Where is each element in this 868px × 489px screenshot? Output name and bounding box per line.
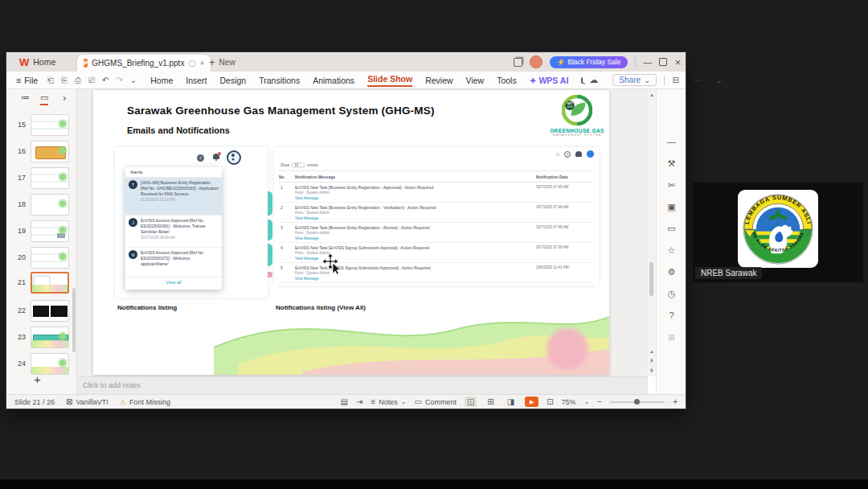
more-options-icon[interactable]: ⋯ xyxy=(694,76,702,84)
slideshow-play-button[interactable]: ▶ xyxy=(525,397,538,407)
zoom-out-button[interactable]: − xyxy=(597,398,602,406)
apps-grid-icon[interactable]: ⊞ xyxy=(657,333,686,342)
add-slide-button[interactable]: + xyxy=(34,372,41,386)
slide-thumbnail-23[interactable]: 23 xyxy=(6,327,74,348)
reading-view-button[interactable]: ◨ xyxy=(505,397,517,407)
black-friday-sale-button[interactable]: ⚡ Black Friday Sale xyxy=(550,56,628,68)
window-tab-bar: W Home P GHGMS_Briefing_v1.pptx ◯ ∗ + Ne… xyxy=(6,52,686,72)
entries-label: entries xyxy=(307,163,318,167)
bottom-strip xyxy=(0,479,868,489)
scroll-up-icon[interactable]: ▴ xyxy=(648,92,656,97)
save-icon[interactable]: ⎗ xyxy=(47,76,54,84)
previous-slide-icon[interactable]: ⇞ xyxy=(648,358,656,364)
fit-to-window-icon[interactable]: ⊡ xyxy=(547,398,553,406)
toolbox-icon[interactable]: ⚒ xyxy=(657,159,686,168)
close-button[interactable]: × xyxy=(674,57,681,68)
font-missing-warning[interactable]: ⚠ Font Missing xyxy=(120,398,170,406)
search-icon[interactable] xyxy=(581,77,583,84)
theme-indicator[interactable]: ⊠ VanillaVTI xyxy=(66,398,108,406)
slide-thumbnail-22[interactable]: 22 xyxy=(6,300,74,322)
share-button[interactable]: Share ⌄ xyxy=(612,74,657,86)
slide-thumbnail-24[interactable]: 24 xyxy=(6,353,74,375)
thumbnail-image xyxy=(31,114,69,136)
help-icon[interactable]: ? xyxy=(657,311,686,320)
clip-tools-icon[interactable]: ✄ xyxy=(657,181,686,190)
comment-button[interactable]: ▭ Comment xyxy=(414,398,456,406)
slide-canvas[interactable]: Sarawak Greenhouse Gas Management System… xyxy=(93,90,609,375)
menu-wps-ai[interactable]: ✦ WPS AI xyxy=(530,76,569,85)
shapes-icon[interactable]: ▣ xyxy=(657,203,686,212)
next-slide-icon[interactable]: ⇟ xyxy=(648,368,656,373)
minimize-button[interactable]: — xyxy=(643,58,652,67)
slides-view-tab-icon[interactable]: ▭ xyxy=(40,93,48,105)
slide-thumbnail-16[interactable]: 16 xyxy=(6,141,74,162)
alert-item: T [GHG-MS] Business Entity Registration … xyxy=(125,178,222,216)
home-tab-label: Home xyxy=(33,57,55,67)
file-menu[interactable]: ≡ File xyxy=(16,76,38,85)
outline-view-tab-icon[interactable]: ≔ xyxy=(21,93,30,102)
zoom-level[interactable]: 75% xyxy=(562,398,576,406)
row-from: From : System Admin xyxy=(295,211,536,215)
slide-thumbnail-19[interactable]: 19 xyxy=(6,220,74,242)
zoom-chevron-icon[interactable]: ⌄ xyxy=(584,399,590,405)
history-icon[interactable]: ◷ xyxy=(657,290,686,298)
task-pane-icon[interactable]: ⊟ xyxy=(672,76,678,84)
bell-icon xyxy=(575,151,582,157)
note-tool-icon[interactable]: ▤ xyxy=(341,398,348,406)
slide-thumbnail-18[interactable]: 18 xyxy=(6,194,74,216)
account-avatar[interactable] xyxy=(530,55,542,68)
zoom-slider[interactable] xyxy=(610,401,665,403)
alert-text: EnVISS Account Approved [Ref No. ES/2025… xyxy=(141,250,219,266)
window-switch-icon[interactable] xyxy=(514,58,522,67)
wps-logo-icon: W xyxy=(19,57,29,68)
document-tab[interactable]: P GHGMS_Briefing_v1.pptx ◯ ∗ xyxy=(77,55,211,72)
jump-to-icon[interactable]: ⇥ xyxy=(356,398,362,406)
menu-view[interactable]: View xyxy=(466,76,485,85)
slide-thumbnail-15[interactable]: 15 xyxy=(6,114,74,136)
warning-icon: ⚠ xyxy=(120,398,126,406)
new-document-button[interactable]: + New xyxy=(209,54,235,70)
row-date: 30/7/2025 07:48 AM xyxy=(536,205,592,220)
scroll-up2-icon[interactable]: ▴ xyxy=(648,348,656,354)
cloud-sync-icon[interactable]: ☁ xyxy=(589,76,598,84)
comment-panel-icon[interactable]: ▭ xyxy=(657,224,686,233)
slide-thumbnail-20[interactable]: 20 xyxy=(6,247,74,269)
favorites-icon[interactable]: ☆ xyxy=(657,246,686,255)
menu-review[interactable]: Review xyxy=(425,76,452,85)
menu-tools[interactable]: Tools xyxy=(497,76,517,85)
menu-insert[interactable]: Insert xyxy=(186,76,207,85)
alerts-header: Alerts xyxy=(125,167,222,178)
slide-thumbnail-21-selected[interactable]: 21 xyxy=(6,272,74,294)
redo-icon[interactable]: ↷ xyxy=(116,76,122,84)
print-preview-icon[interactable]: ⎚ xyxy=(88,76,95,84)
collapse-ribbon-icon[interactable]: ⌄ xyxy=(716,76,723,84)
wps-home-tab[interactable]: W Home xyxy=(13,54,62,70)
slide-sorter-view-button[interactable]: ⊞ xyxy=(485,397,496,407)
menu-home[interactable]: Home xyxy=(150,76,173,85)
print-icon[interactable]: ⎙ xyxy=(75,76,81,84)
normal-view-button[interactable]: ◫ xyxy=(465,397,477,407)
menu-animations[interactable]: Animations xyxy=(313,76,354,85)
scrollbar-thumb[interactable] xyxy=(649,262,653,296)
menu-design[interactable]: Design xyxy=(220,76,247,85)
rail-collapse-icon[interactable]: — xyxy=(657,138,686,146)
undo-icon[interactable]: ↶ xyxy=(102,76,108,84)
thumbnail-image xyxy=(31,194,69,216)
thumbnail-scrollbar[interactable] xyxy=(72,288,76,352)
maximize-button[interactable] xyxy=(659,58,667,66)
zoom-in-button[interactable]: + xyxy=(673,398,678,406)
svg-text:2050: 2050 xyxy=(567,105,572,109)
settings-icon[interactable]: ⚙ xyxy=(657,268,686,277)
toolbar-chevron-icon[interactable]: ⌄ xyxy=(130,76,137,84)
collapse-panel-icon[interactable]: › xyxy=(63,92,66,103)
page-size-control: Show 10 ⌄ entries xyxy=(280,162,318,168)
thumbnail-image xyxy=(31,167,69,189)
menu-transitions[interactable]: Transitions xyxy=(259,76,300,85)
nreb-sarawak-logo: LEMBAGA SUMBER ASLI DAN ALAM SEKITAR SAR… xyxy=(743,194,813,265)
slide-thumbnail-17[interactable]: 17 xyxy=(6,167,74,189)
copy-icon[interactable]: ⎘ xyxy=(61,76,68,84)
menu-slide-show[interactable]: Slide Show xyxy=(367,74,412,87)
notes-bar[interactable]: Click to add notes xyxy=(77,376,648,394)
zoom-slider-knob[interactable] xyxy=(634,399,640,405)
notes-toggle[interactable]: ≡ Notes ⌄ xyxy=(371,398,406,406)
